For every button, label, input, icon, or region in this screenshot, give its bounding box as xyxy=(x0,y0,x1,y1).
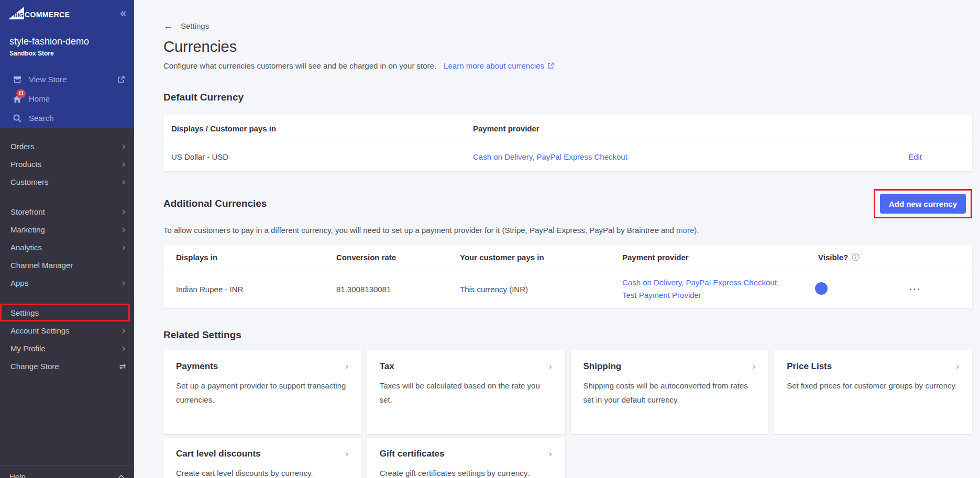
card-description: Create gift certificates settings by cur… xyxy=(380,466,553,478)
add-new-currency-button[interactable]: Add new currency xyxy=(880,194,966,214)
sidebar-item-my-profile[interactable]: My Profile › xyxy=(0,339,134,357)
chevron-right-icon: › xyxy=(752,361,756,372)
logo-big-text: BIG xyxy=(13,13,24,19)
chevron-right-icon: › xyxy=(345,361,349,372)
sidebar-item-view-store[interactable]: View Store xyxy=(0,70,134,89)
sidebar-item-storefront[interactable]: Storefront › xyxy=(0,203,134,220)
provider-link[interactable]: Test Payment Provider xyxy=(622,291,701,299)
sidebar-item-orders[interactable]: Orders › xyxy=(0,137,134,155)
card-price-lists[interactable]: Price Lists › Set fixed prices for custo… xyxy=(774,350,972,434)
column-payment-provider: Payment provider xyxy=(622,253,818,262)
provider-links-line2: Test Payment Provider xyxy=(622,291,701,299)
more-link[interactable]: more xyxy=(676,226,694,235)
bigcommerce-logo: BIG COMMERCE xyxy=(8,7,70,19)
chevron-right-icon: › xyxy=(122,177,126,187)
sidebar-item-home[interactable]: 11 Home xyxy=(0,89,134,108)
logo-commerce-text: COMMERCE xyxy=(25,10,70,19)
conversion-rate-value: 81.3008130081 xyxy=(336,285,460,294)
currency-name: US Dollar - USD xyxy=(171,152,473,161)
card-payments[interactable]: Payments › Set up a payment provider to … xyxy=(163,350,361,434)
sidebar-item-search[interactable]: Search xyxy=(0,108,134,128)
settings-label: Settings xyxy=(10,308,39,317)
sidebar-item-marketing[interactable]: Marketing › xyxy=(0,220,134,238)
external-link-icon xyxy=(547,62,554,69)
more-actions-icon[interactable]: ··· xyxy=(909,285,972,294)
column-conversion-rate: Conversion rate xyxy=(336,253,460,262)
default-currency-table: Displays / Customer pays in Payment prov… xyxy=(163,115,972,171)
sidebar-collapse-icon[interactable]: « xyxy=(120,7,126,18)
store-name: style-fashion-demo xyxy=(9,36,127,47)
table-row: US Dollar - USD Cash on Delivery, PayPal… xyxy=(163,142,972,171)
help-row[interactable]: Help xyxy=(0,465,134,478)
chevron-right-icon: › xyxy=(548,448,552,459)
card-description: Create cart level discounts by currency. xyxy=(176,466,349,478)
store-type-label: Sandbox Store xyxy=(9,50,127,57)
card-description: Taxes will be calculated based on the ra… xyxy=(380,379,553,407)
card-shipping[interactable]: Shipping › Shipping costs will be autoco… xyxy=(571,350,769,434)
card-title: Gift certificates xyxy=(380,449,445,459)
additional-currencies-heading: Additional Currencies xyxy=(163,197,267,210)
learn-more-link[interactable]: Learn more about currencies xyxy=(444,61,544,70)
column-customer-pays-in: Your customer pays in xyxy=(460,253,622,262)
sidebar-item-channel-manager[interactable]: Channel Manager xyxy=(0,256,134,274)
notification-badge: 11 xyxy=(16,89,26,98)
breadcrumb-settings-link[interactable]: Settings xyxy=(181,21,209,30)
card-title: Cart level discounts xyxy=(176,449,261,459)
chevron-right-icon: › xyxy=(122,159,126,169)
card-title: Price Lists xyxy=(787,361,832,372)
storefront-label: Storefront xyxy=(10,207,45,216)
info-icon[interactable] xyxy=(852,253,860,261)
card-description: Set fixed prices for customer groups by … xyxy=(787,379,960,393)
chevron-right-icon: › xyxy=(345,448,349,459)
nav-group-divider xyxy=(0,292,134,304)
sidebar-item-analytics[interactable]: Analytics › xyxy=(0,238,134,256)
currency-name: Indian Rupee - INR xyxy=(176,285,336,294)
page-subtitle: Configure what currencies customers will… xyxy=(163,61,972,70)
chevron-right-icon: › xyxy=(122,207,126,217)
external-link-icon xyxy=(117,76,125,83)
chevron-right-icon: › xyxy=(122,225,126,235)
subtitle-text: Configure what currencies customers will… xyxy=(163,61,436,70)
chevron-right-icon: › xyxy=(122,242,126,252)
table-row: Indian Rupee - INR 81.3008130081 This cu… xyxy=(163,270,972,308)
provider-link[interactable]: PayPal Express Checkout xyxy=(686,278,776,287)
provider-link[interactable]: PayPal Express Checkout xyxy=(536,152,627,161)
products-label: Products xyxy=(10,160,41,169)
home-icon: 11 xyxy=(13,94,22,104)
back-arrow-icon[interactable]: ← xyxy=(163,21,173,31)
provider-links-cell: Cash on Delivery, PayPal Express Checkou… xyxy=(622,276,818,302)
swap-arrows-icon: ⇄ xyxy=(119,362,126,370)
provider-links-line1: Cash on Delivery, PayPal Express Checkou… xyxy=(622,278,777,287)
edit-link[interactable]: Edit xyxy=(908,152,922,161)
column-visible: Visible? xyxy=(818,253,848,262)
related-settings-heading: Related Settings xyxy=(163,329,972,342)
card-description: Set up a payment provider to support tra… xyxy=(176,379,349,407)
provider-link[interactable]: Cash on Delivery xyxy=(622,278,681,287)
description-text: To allow customers to pay in a different… xyxy=(163,226,676,235)
search-icon xyxy=(13,114,22,123)
card-title: Shipping xyxy=(583,361,622,372)
card-gift-certificates[interactable]: Gift certificates › Create gift certific… xyxy=(367,438,565,478)
provider-comma: , xyxy=(777,278,779,287)
chevron-right-icon: › xyxy=(122,141,126,151)
provider-link[interactable]: Cash on Delivery xyxy=(473,152,532,161)
account-settings-label: Account Settings xyxy=(10,326,70,335)
logo-triangle-icon: BIG xyxy=(8,7,24,19)
card-description: Shipping costs will be autoconverted fro… xyxy=(583,379,756,407)
chevron-right-icon: › xyxy=(122,343,126,353)
channel-manager-label: Channel Manager xyxy=(10,261,73,270)
home-label: Home xyxy=(29,94,50,103)
nav-group-divider xyxy=(0,191,134,203)
sidebar-item-apps[interactable]: Apps › xyxy=(0,274,134,292)
card-cart-level-discounts[interactable]: Cart level discounts › Create cart level… xyxy=(163,438,361,478)
sidebar-nav: Orders › Products › Customers › Storefro… xyxy=(0,128,134,375)
sidebar: BIG COMMERCE « style-fashion-demo Sandbo… xyxy=(0,0,134,478)
card-tax[interactable]: Tax › Taxes will be calculated based on … xyxy=(367,350,565,434)
sidebar-item-products[interactable]: Products › xyxy=(0,155,134,173)
sidebar-item-settings[interactable]: Settings xyxy=(0,304,130,321)
sidebar-item-change-store[interactable]: Change Store ⇄ xyxy=(0,357,134,375)
sidebar-item-account-settings[interactable]: Account Settings › xyxy=(0,321,134,339)
sidebar-item-customers[interactable]: Customers › xyxy=(0,173,134,191)
chevron-right-icon: › xyxy=(548,361,552,372)
column-payment-provider: Payment provider xyxy=(473,124,852,133)
